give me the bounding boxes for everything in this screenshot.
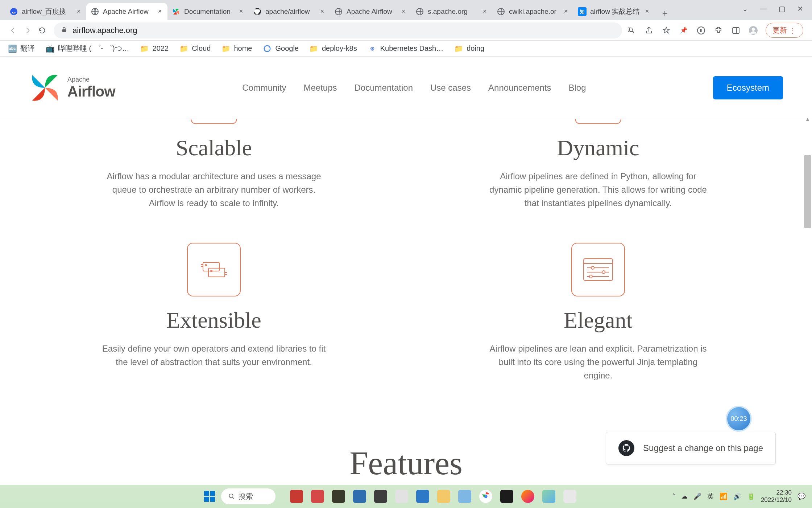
address-bar[interactable]: airflow.apache.org <box>54 22 622 38</box>
taskbar-app-7[interactable] <box>416 490 429 503</box>
suggest-change-button[interactable]: Suggest a change on this page <box>606 432 776 464</box>
lock-icon <box>61 26 67 35</box>
taskbar-app-9[interactable] <box>563 490 576 503</box>
reload-button[interactable] <box>35 23 49 38</box>
close-icon[interactable]: × <box>157 8 163 15</box>
folder-icon: 📁 <box>179 44 188 53</box>
maximize-icon[interactable]: ▢ <box>779 4 786 13</box>
start-button[interactable] <box>203 490 216 503</box>
system-tray: ˄ ☁ 🎤 英 📶 🔊 🔋 22:30 2022/12/10 💬 <box>672 489 805 504</box>
nav-use-cases[interactable]: Use cases <box>430 83 471 93</box>
svg-point-23 <box>205 265 207 266</box>
taskbar-app-1[interactable] <box>290 490 303 503</box>
pin-ext-icon[interactable]: 📌 <box>679 25 689 36</box>
site-logo[interactable]: Apache Airflow <box>29 72 115 104</box>
tray-cloud-icon[interactable]: ☁ <box>681 492 688 500</box>
timer-bubble[interactable]: 00:23 <box>727 407 750 430</box>
nav-documentation[interactable]: Documentation <box>355 83 413 93</box>
window-controls: ⌄ — ▢ ✕ <box>733 0 812 17</box>
back-button[interactable] <box>6 23 20 38</box>
share-icon[interactable] <box>644 25 654 36</box>
close-icon[interactable]: × <box>563 8 569 15</box>
dropdown-icon[interactable]: ⌄ <box>742 4 748 13</box>
timer-value: 00:23 <box>730 415 747 423</box>
tab-baidu[interactable]: airflow_百度搜 × <box>5 3 86 20</box>
taskbar-terminal[interactable] <box>500 490 513 503</box>
tab-sapache[interactable]: s.apache.org × <box>411 3 492 20</box>
tray-chevron-icon[interactable]: ˄ <box>672 492 675 500</box>
tab-airflow-2[interactable]: Apache Airflow × <box>330 3 411 20</box>
update-button[interactable]: 更新 ⋮ <box>766 23 803 38</box>
bookmark-deploy-k8s[interactable]: 📁deploy-k8s <box>310 44 357 53</box>
tab-label: airflow 实战总结 <box>590 7 644 16</box>
scrollbar-thumb[interactable] <box>804 155 811 228</box>
close-icon[interactable]: × <box>400 8 407 15</box>
tray-mic-icon[interactable]: 🎤 <box>693 492 701 500</box>
tray-wifi-icon[interactable]: 📶 <box>720 492 728 500</box>
close-icon[interactable]: ✕ <box>797 4 803 13</box>
close-icon[interactable]: × <box>481 8 488 15</box>
svg-rect-8 <box>62 29 66 32</box>
taskbar-photos[interactable] <box>458 490 471 503</box>
taskbar-app-3[interactable] <box>332 490 345 503</box>
feature-dynamic: Dynamic Airflow pipelines are defined in… <box>428 119 768 210</box>
taskbar-app-5[interactable] <box>374 490 387 503</box>
svg-text:知: 知 <box>579 9 585 15</box>
forward-button[interactable] <box>20 23 35 38</box>
taskbar-app-6[interactable] <box>395 490 408 503</box>
bookmark-doing[interactable]: 📁doing <box>454 44 484 53</box>
taskbar-app-8[interactable] <box>542 490 555 503</box>
tab-airflow-home[interactable]: Apache Airflow × <box>86 3 167 20</box>
feature-title: Dynamic <box>428 135 768 161</box>
nav-meetups[interactable]: Meetups <box>303 83 337 93</box>
taskbar-search[interactable]: 搜索 <box>221 488 276 504</box>
tray-volume-icon[interactable]: 🔊 <box>733 492 741 500</box>
nav-community[interactable]: Community <box>242 83 286 93</box>
taskbar-chrome[interactable] <box>479 490 492 503</box>
tab-label: Documentation <box>184 8 238 16</box>
close-icon[interactable]: × <box>644 8 650 15</box>
new-tab-button[interactable]: ＋ <box>658 6 672 20</box>
tab-docs[interactable]: Documentation × <box>167 3 249 20</box>
bookmark-cloud[interactable]: 📁Cloud <box>179 44 211 53</box>
tray-battery-icon[interactable]: 🔋 <box>747 492 755 500</box>
close-icon[interactable]: × <box>319 8 326 15</box>
taskbar: 搜索 ˄ ☁ 🎤 英 📶 🔊 🔋 22:30 <box>0 485 812 508</box>
nav-blog[interactable]: Blog <box>568 83 586 93</box>
star-icon[interactable] <box>661 25 671 36</box>
bookmark-2022[interactable]: 📁2022 <box>140 44 169 53</box>
tray-clock[interactable]: 22:30 2022/12/10 <box>761 489 792 504</box>
tray-notifications-icon[interactable]: 💬 <box>798 492 805 500</box>
tab-zhihu[interactable]: 知 airflow 实战总结 × <box>573 3 655 20</box>
svg-rect-35 <box>204 497 209 502</box>
tray-ime[interactable]: 英 <box>707 492 714 501</box>
pause-ext-icon[interactable] <box>696 25 706 36</box>
browser-toolbar: airflow.apache.org 📌 更新 ⋮ <box>0 20 812 41</box>
bookmark-translate[interactable]: 🔤翻译 <box>8 44 35 53</box>
extensions-icon[interactable] <box>713 25 724 36</box>
bookmark-google[interactable]: Google <box>263 44 299 53</box>
bookmark-k8s-dash[interactable]: ⎈Kubernetes Dash… <box>368 44 444 53</box>
translate-icon[interactable] <box>626 25 637 36</box>
taskbar-app-4[interactable] <box>353 490 366 503</box>
taskbar-app-2[interactable] <box>311 490 324 503</box>
bilibili-icon: 📺 <box>46 44 54 53</box>
minimize-icon[interactable]: — <box>760 4 767 13</box>
svg-rect-34 <box>210 491 215 496</box>
sidepanel-icon[interactable] <box>731 25 741 36</box>
tab-github[interactable]: apache/airflow × <box>249 3 330 20</box>
tab-cwiki[interactable]: cwiki.apache.or × <box>492 3 573 20</box>
nav-announcements[interactable]: Announcements <box>488 83 551 93</box>
bookmark-bilibili[interactable]: 📺哔哩哔哩 ( ゜- ゜)つ… <box>46 44 129 53</box>
ecosystem-button[interactable]: Ecosystem <box>713 76 783 99</box>
scroll-up-icon[interactable]: ▲ <box>804 116 811 123</box>
taskbar-explorer[interactable] <box>437 490 450 503</box>
feature-title: Scalable <box>44 135 384 161</box>
profile-icon[interactable] <box>748 25 758 36</box>
svg-line-38 <box>232 497 234 499</box>
taskbar-firefox[interactable] <box>521 490 534 503</box>
tray-date: 2022/12/10 <box>761 496 792 504</box>
bookmark-home[interactable]: 📁home <box>221 44 252 53</box>
close-icon[interactable]: × <box>238 8 244 15</box>
close-icon[interactable]: × <box>75 8 82 15</box>
